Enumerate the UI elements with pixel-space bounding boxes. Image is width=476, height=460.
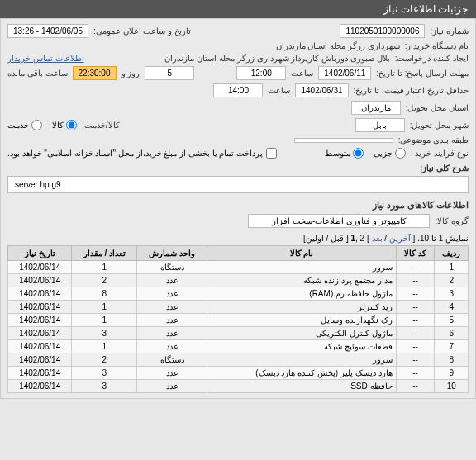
- pager-prefix: نمایش 1 تا 10. [: [411, 234, 469, 243]
- cell-name: ماژول کنترل الکتریکی: [207, 327, 396, 340]
- table-row: 10--حافظه SSDعدد31402/06/14: [8, 380, 469, 393]
- table-row: 3--ماژول حافظه رم (RAM)عدد81402/06/14: [8, 287, 469, 301]
- cell-name: رک نگهدارنده وسایل: [207, 314, 396, 327]
- pager-sep1: /: [383, 234, 389, 243]
- cell-n: 3: [435, 287, 469, 301]
- radio-partial[interactable]: جزیی: [374, 148, 406, 159]
- radio-service-label: خدمت: [7, 121, 29, 130]
- table-row: 7--قطعات سوئیچ شبکهعدد11402/06/14: [8, 340, 469, 353]
- cell-qty: 2: [72, 274, 137, 287]
- cell-code: --: [396, 327, 435, 340]
- city-value: بابل: [355, 118, 405, 132]
- cell-unit: عدد: [137, 301, 207, 314]
- cell-date: 1402/06/14: [8, 287, 72, 301]
- goods-info-title: اطلاعات کالاهای مورد نیاز: [7, 197, 469, 214]
- cell-date: 1402/06/14: [8, 380, 72, 393]
- creator-label: ایجاد کننده درخواست:: [395, 54, 469, 63]
- cell-n: 1: [435, 261, 469, 274]
- days-left: 5: [145, 66, 194, 80]
- desc-value: server hp g9: [7, 176, 469, 193]
- cell-unit: عدد: [137, 327, 207, 340]
- th-date: تاریخ نیاز: [8, 246, 72, 261]
- cell-unit: دستگاه: [137, 261, 207, 274]
- th-name: نام کالا: [207, 246, 396, 261]
- cell-n: 2: [435, 274, 469, 287]
- cell-code: --: [396, 340, 435, 353]
- buy-type-label: نوع فرآیند خرید :: [411, 149, 469, 158]
- cell-name: مدار مجتمع پردازنده شبکه: [207, 274, 396, 287]
- th-code: کد کالا: [396, 246, 435, 261]
- th-unit: واحد شمارش: [137, 246, 207, 261]
- cell-date: 1402/06/14: [8, 340, 72, 353]
- cell-n: 4: [435, 301, 469, 314]
- cell-name: سرور: [207, 261, 396, 274]
- radio-goods[interactable]: کالا: [52, 120, 77, 130]
- pager-mid: ] 2 ,: [355, 234, 371, 243]
- cell-unit: عدد: [137, 367, 207, 380]
- cell-unit: عدد: [137, 287, 207, 301]
- table-row: 5--رک نگهدارنده وسایلعدد11402/06/14: [8, 314, 469, 327]
- table-row: 1--سروردستگاه11402/06/14: [8, 261, 469, 274]
- cell-name: ماژول حافظه رم (RAM): [207, 287, 396, 301]
- radio-medium[interactable]: متوسط: [325, 148, 364, 159]
- radio-service-input[interactable]: [31, 120, 42, 130]
- cell-unit: عدد: [137, 380, 207, 393]
- deadline-hour-label: ساعت: [291, 69, 313, 78]
- deadline-hour: 12:00: [236, 66, 286, 80]
- cell-qty: 3: [72, 327, 137, 340]
- need-no-label: شماره نیاز:: [430, 26, 469, 36]
- cell-code: --: [396, 261, 435, 274]
- cell-code: --: [396, 380, 435, 393]
- radio-goods-label: کالا: [52, 121, 64, 130]
- cell-n: 7: [435, 340, 469, 353]
- payment-note: پرداخت تمام یا بخشی از مبلغ خرید،از محل …: [7, 149, 263, 158]
- table-row: 8--سروردستگاه21402/06/14: [8, 353, 469, 367]
- page-header: جزئیات اطلاعات نیاز: [0, 0, 476, 18]
- cell-qty: 3: [72, 367, 137, 380]
- cell-qty: 2: [72, 353, 137, 367]
- th-qty: تعداد / مقدار: [72, 246, 137, 261]
- pager: نمایش 1 تا 10. [ آخرین / بعد ] 2 ,1 [ قب…: [7, 231, 469, 245]
- cell-name: سرور: [207, 353, 396, 367]
- cell-qty: 1: [72, 314, 137, 327]
- valid-date: 1402/06/31: [295, 83, 348, 97]
- cell-code: --: [396, 301, 435, 314]
- cell-n: 5: [435, 314, 469, 327]
- cell-qty: 3: [72, 380, 137, 393]
- contact-link[interactable]: اطلاعات تماس خریدار: [7, 54, 84, 63]
- cell-date: 1402/06/14: [8, 367, 72, 380]
- deadline-label: مهلت ارسال پاسخ: تا تاریخ:: [376, 69, 469, 78]
- cell-name: رید کنترلر: [207, 301, 396, 314]
- deadline-date: 1402/06/11: [318, 66, 371, 80]
- cell-unit: دستگاه: [137, 353, 207, 367]
- radio-service[interactable]: خدمت: [7, 120, 42, 130]
- cell-code: --: [396, 353, 435, 367]
- cell-date: 1402/06/14: [8, 314, 72, 327]
- radio-medium-input[interactable]: [353, 148, 364, 159]
- need-no-value: 1102050100000006: [340, 24, 425, 38]
- cell-n: 6: [435, 327, 469, 340]
- table-row: 6--ماژول کنترل الکتریکیعدد31402/06/14: [8, 327, 469, 340]
- valid-hour: 14:00: [213, 83, 263, 97]
- cell-qty: 1: [72, 340, 137, 353]
- items-table: ردیف کد کالا نام کالا واحد شمارش تعداد /…: [7, 245, 469, 393]
- payment-checkbox-input[interactable]: [266, 148, 277, 159]
- payment-checkbox[interactable]: پرداخت تمام یا بخشی از مبلغ خرید،از محل …: [7, 148, 277, 159]
- days-suffix: روز و: [121, 69, 140, 78]
- pager-last[interactable]: آخرین: [389, 234, 411, 243]
- city-label: شهر محل تحویل:: [410, 121, 469, 130]
- cell-qty: 1: [72, 261, 137, 274]
- radio-partial-input[interactable]: [395, 148, 406, 159]
- pager-next[interactable]: بعد: [372, 234, 383, 243]
- form-panel: شماره نیاز: 1102050100000006 تاریخ و ساع…: [0, 18, 476, 399]
- cell-date: 1402/06/14: [8, 327, 72, 340]
- valid-label: حداقل تاریخ اعتبار قیمت: تا تاریخ:: [354, 86, 469, 95]
- radio-partial-label: جزیی: [374, 149, 393, 158]
- province-value: مازندران: [351, 101, 401, 115]
- th-row: ردیف: [435, 246, 469, 261]
- pub-datetime-value: 1402/06/05 - 13:26: [7, 24, 88, 38]
- pager-suffix: [ قبل / اولین]: [303, 234, 350, 243]
- buyer-value: شهرداری زرگر محله استان مازندران: [276, 41, 400, 50]
- radio-goods-input[interactable]: [66, 120, 77, 130]
- cell-date: 1402/06/14: [8, 353, 72, 367]
